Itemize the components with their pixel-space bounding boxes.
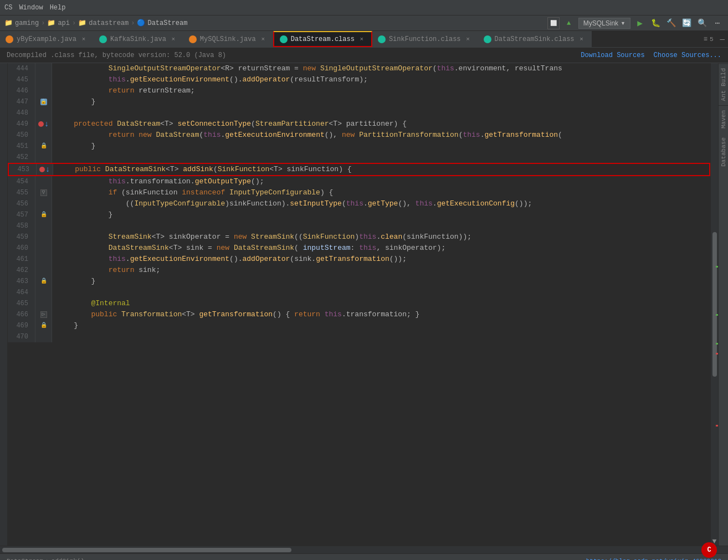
- title-bar: CS Window Help: [0, 0, 728, 16]
- csdn-watermark: C: [701, 542, 717, 558]
- horizontal-scrollbar[interactable]: [0, 546, 728, 553]
- expand-icon[interactable]: ⬜: [547, 17, 560, 29]
- folder-icon-3: 📁: [78, 19, 86, 27]
- table-row: 458: [8, 220, 710, 232]
- scrollbar-mark-green-1: [716, 266, 718, 268]
- tab-icon-2: [99, 35, 107, 43]
- scrollbar[interactable]: ▼: [710, 63, 718, 546]
- tab-label-3: MySQLSink.java: [200, 35, 256, 43]
- download-sources-link[interactable]: Download Sources: [581, 52, 644, 59]
- status-classname: DataStream: [7, 558, 43, 561]
- decompile-info: Decompiled .class file, bytecode version…: [7, 52, 226, 59]
- table-row: 449 ↓ protected DataStream<T> setConnect…: [8, 119, 710, 130]
- tab-close-5[interactable]: ×: [464, 35, 472, 43]
- search-button[interactable]: 🔍: [696, 17, 708, 29]
- table-row: 470: [8, 331, 710, 342]
- fold-open-455[interactable]: ▽: [40, 189, 47, 196]
- breadcrumb: 📁 gaming › 📁 api › 📁 datastream › 🔵 Data…: [4, 19, 544, 27]
- table-row: 456 ((InputTypeConfigurable)sinkFunction…: [8, 198, 710, 209]
- tab-overflow-menu[interactable]: ≡5: [700, 31, 717, 47]
- tab-close-2[interactable]: ×: [170, 35, 177, 43]
- scrollbar-thumb[interactable]: [712, 232, 717, 377]
- tab-kafkasink[interactable]: KafkaSink.java ×: [94, 31, 183, 47]
- table-row: 465 @Internal: [8, 298, 710, 309]
- file-icon: 🔵: [137, 19, 145, 27]
- breadcrumb-sep2: ›: [72, 19, 76, 27]
- tab-datastreamsink[interactable]: DataStreamSink.class ×: [478, 31, 592, 47]
- breadcrumb-api: api: [58, 19, 70, 27]
- table-row: 451 🔒 }: [8, 141, 710, 152]
- pin-icon[interactable]: —: [717, 31, 728, 47]
- table-row: 445 this.getExecutionEnvironment().addOp…: [8, 74, 710, 85]
- current-line-arrow-453: ↓: [45, 164, 50, 175]
- code-scroll[interactable]: 444 SingleOutputStreamOperator<R> return…: [8, 63, 710, 546]
- tab-icon-6: [484, 35, 491, 43]
- tabs-bar: yByExample.java × KafkaSink.java × MySQL…: [0, 31, 728, 48]
- breadcrumb-datastream: datastream: [89, 19, 129, 27]
- mysql-sink-dropdown[interactable]: MySQLSink ▼: [578, 18, 630, 29]
- breadcrumb-sep1: ›: [41, 19, 45, 27]
- tab-datastream[interactable]: DataStream.class ×: [273, 31, 372, 47]
- tab-icon-5: [378, 35, 386, 43]
- table-row: 448: [8, 107, 710, 119]
- horizontal-scrollbar-thumb[interactable]: [2, 548, 291, 552]
- lock-icon-463: 🔒: [40, 276, 47, 287]
- menu-cs[interactable]: CS: [4, 4, 12, 12]
- tab-label-6: DataStreamSink.class: [495, 35, 575, 43]
- left-gutter: [0, 63, 8, 546]
- scrollbar-mark-green-2: [716, 314, 718, 316]
- status-method: addSink(): [52, 558, 84, 561]
- table-row: 469 🔒 }: [8, 320, 710, 331]
- table-row: 446 return returnStream;: [8, 85, 710, 96]
- table-row: 466 ▷ public Transformation<T> getTransf…: [8, 309, 710, 320]
- breadcrumb-gaming: gaming: [15, 19, 39, 27]
- menu-bar[interactable]: CS Window Help: [4, 4, 65, 12]
- code-editor: 444 SingleOutputStreamOperator<R> return…: [8, 63, 710, 546]
- lock-icon-457: 🔒: [40, 209, 47, 220]
- tab-close-6[interactable]: ×: [578, 35, 586, 43]
- table-row: 457 🔒 }: [8, 209, 710, 220]
- menu-window[interactable]: Window: [19, 4, 43, 12]
- tab-close-3[interactable]: ×: [259, 35, 267, 43]
- tab-sinkfunction[interactable]: SinkFunction.class ×: [372, 31, 478, 47]
- table-row: 464: [8, 287, 710, 298]
- current-line-arrow: ↓: [44, 119, 49, 130]
- table-row: 454 this.transformation.getOutputType();: [8, 176, 710, 187]
- info-bar: Decompiled .class file, bytecode version…: [0, 48, 728, 63]
- table-row: 444 SingleOutputStreamOperator<R> return…: [8, 63, 710, 74]
- tab-label-5: SinkFunction.class: [389, 35, 461, 43]
- tab-icon-1: [6, 35, 13, 43]
- debug-button[interactable]: 🐛: [649, 17, 662, 29]
- side-panels: Ant Build Maven Database: [718, 63, 728, 546]
- fold-closed-466[interactable]: ▷: [40, 311, 47, 318]
- tab-bybyexample[interactable]: yByExample.java ×: [0, 31, 94, 47]
- folder-icon-2: 📁: [47, 19, 55, 27]
- breadcrumb-sep3: ›: [131, 19, 135, 27]
- more-button[interactable]: ⋯: [711, 17, 724, 29]
- menu-help[interactable]: Help: [50, 4, 66, 12]
- table-row: 462 return sink;: [8, 265, 710, 276]
- table-row: 452: [8, 152, 710, 163]
- tab-mysqlsink[interactable]: MySQLSink.java ×: [183, 31, 273, 47]
- run-button[interactable]: ▶: [634, 17, 646, 29]
- tab-close-1[interactable]: ×: [80, 35, 88, 43]
- lock-icon-469: 🔒: [40, 320, 47, 331]
- csdn-link[interactable]: https://blog.csdn.net/weixin_46880810: [586, 558, 721, 561]
- highlighted-line-453: 453 ↓ public DataStreamSink<T> addSink(S…: [8, 163, 710, 176]
- scrollbar-mark-red-2: [716, 425, 718, 427]
- arrow-up-icon[interactable]: ▲: [563, 17, 575, 29]
- breakpoint-449: [38, 121, 44, 127]
- maven-panel[interactable]: Maven: [719, 105, 728, 133]
- table-row: 463 🔒 }: [8, 276, 710, 287]
- table-row: 455 ▽ if (sinkFunction instanceof InputT…: [8, 187, 710, 198]
- breadcrumb-classname: DataStream: [147, 19, 187, 27]
- build-button[interactable]: 🔨: [665, 17, 677, 29]
- lock-icon-451: 🔒: [40, 141, 47, 152]
- breakpoint-453: [39, 167, 45, 172]
- update-button[interactable]: 🔄: [680, 17, 693, 29]
- database-panel[interactable]: Database: [719, 133, 728, 171]
- ant-build-panel[interactable]: Ant Build: [719, 63, 728, 105]
- choose-sources-link[interactable]: Choose Sources...: [654, 52, 721, 59]
- tab-close-4[interactable]: ×: [358, 35, 366, 43]
- table-row: 461 this.getExecutionEnvironment().addOp…: [8, 254, 710, 265]
